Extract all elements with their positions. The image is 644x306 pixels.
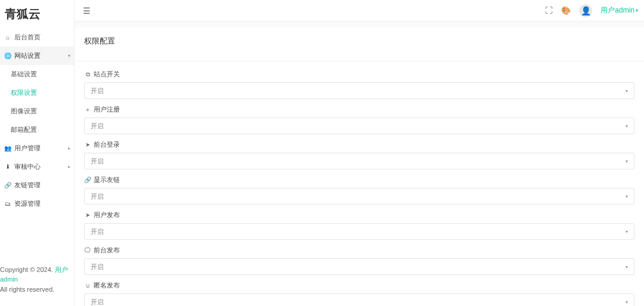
chevron-right-icon: ▸	[68, 146, 70, 151]
select-value: 开启	[91, 157, 104, 166]
copyright-text: Copyright © 2024.	[0, 266, 55, 273]
caret-down-icon: ▾	[626, 159, 628, 164]
label-text: 站点开关	[94, 70, 120, 79]
sidebar-item-label: 用户管理	[14, 144, 41, 153]
field-label: 🔗 显示友链	[84, 175, 634, 184]
caret-down-icon: ▾	[626, 299, 628, 305]
sidebar-item-label: 资源管理	[14, 199, 41, 208]
hamburger-icon[interactable]: ☰	[83, 6, 91, 16]
sidebar-subitem-mail[interactable]: 邮箱配置	[0, 120, 74, 139]
select-front-login[interactable]: 开启 ▾	[84, 153, 634, 169]
globe-icon: 🌐	[4, 52, 12, 59]
chevron-down-icon: ▾	[68, 53, 70, 58]
sidebar-item-audit[interactable]: ⬇ 审核中心 ▸	[0, 157, 74, 176]
folder-icon: 🗂	[4, 200, 12, 207]
fullscreen-icon[interactable]: ⛶	[545, 6, 553, 15]
field-user-register: ＋ 用户注册 开启 ▾	[84, 105, 634, 134]
sidebar-nav: ⌂ 后台首页 🌐 网站设置 ▾ 基础设置 权限设置 图像设置 邮箱配置 👥 用户…	[0, 28, 74, 259]
topbar-right: ⛶ 🎨 👤 用户admin ▾	[545, 4, 638, 17]
field-label: ☺ 匿名发布	[84, 281, 634, 290]
audit-icon: ⬇	[4, 163, 12, 170]
divider	[75, 61, 644, 61]
sidebar-item-site-settings[interactable]: 🌐 网站设置 ▾	[0, 47, 74, 65]
field-front-login: ➤ 前台登录 开启 ▾	[84, 140, 634, 169]
caret-down-icon: ▾	[626, 194, 628, 199]
select-value: 开启	[91, 298, 104, 307]
sidebar-item-links[interactable]: 🔗 友链管理	[0, 176, 74, 194]
brand-logo: 青狐云	[0, 0, 74, 28]
rights-text: All rights reserved.	[0, 286, 54, 293]
caret-down-icon: ▾	[626, 123, 628, 129]
sidebar-item-label: 网站设置	[14, 51, 41, 60]
select-front-publish[interactable]: 开启 ▾	[84, 258, 634, 275]
sidebar-item-home[interactable]: ⌂ 后台首页	[0, 28, 74, 47]
user-plus-icon: ＋	[84, 106, 91, 114]
select-show-links[interactable]: 开启 ▾	[84, 188, 634, 205]
label-text: 匿名发布	[94, 281, 120, 290]
main: ☰ ⛶ 🎨 👤 用户admin ▾ 权限配置 ⧉ 站点开关	[75, 0, 644, 306]
sidebar-submenu: 基础设置 权限设置 图像设置 邮箱配置	[0, 65, 74, 139]
sidebar-item-user-mgmt[interactable]: 👥 用户管理 ▸	[0, 139, 74, 157]
mask-icon: ☺	[84, 282, 91, 289]
chevron-right-icon: ▸	[68, 164, 70, 169]
field-front-publish: 🖵 前台发布 开启 ▾	[84, 246, 634, 275]
avatar[interactable]: 👤	[579, 4, 592, 17]
sidebar-footer: Copyright © 2024. 用户admin All rights res…	[0, 259, 74, 307]
field-label: ＋ 用户注册	[84, 105, 634, 114]
select-user-publish[interactable]: 开启 ▾	[84, 223, 634, 240]
select-user-register[interactable]: 开启 ▾	[84, 118, 634, 134]
link-icon: 🔗	[4, 182, 12, 188]
caret-down-icon: ▾	[636, 8, 638, 13]
login-icon: ➤	[84, 141, 91, 148]
field-label: ⧉ 站点开关	[84, 70, 634, 79]
link-icon: 🔗	[84, 177, 91, 183]
field-anon-publish: ☺ 匿名发布 开启 ▾	[84, 281, 634, 306]
label-text: 显示友链	[94, 175, 120, 184]
palette-icon[interactable]: 🎨	[561, 6, 571, 15]
field-show-links: 🔗 显示友链 开启 ▾	[84, 175, 634, 205]
home-icon: ⌂	[4, 34, 12, 41]
field-label: 🖵 前台发布	[84, 246, 634, 255]
field-site-switch: ⧉ 站点开关 开启 ▾	[84, 70, 634, 99]
sidebar-subitem-basic[interactable]: 基础设置	[0, 65, 74, 84]
sidebar-item-resource[interactable]: 🗂 资源管理	[0, 194, 74, 213]
monitor-icon: 🖵	[84, 247, 91, 254]
send-icon: ➤	[84, 212, 91, 218]
sidebar-subitem-image[interactable]: 图像设置	[0, 102, 74, 120]
field-user-publish: ➤ 用户发布 开启 ▾	[84, 211, 634, 240]
label-text: 前台登录	[94, 140, 120, 149]
select-value: 开启	[91, 192, 104, 201]
caret-down-icon: ▾	[626, 264, 628, 270]
select-value: 开启	[91, 262, 104, 271]
user-menu[interactable]: 用户admin ▾	[600, 5, 638, 16]
perm-card: 权限配置 ⧉ 站点开关 开启 ▾ ＋ 用户注册	[75, 27, 644, 306]
select-value: 开启	[91, 227, 104, 236]
select-anon-publish[interactable]: 开启 ▾	[84, 293, 634, 306]
topbar: ☰ ⛶ 🎨 👤 用户admin ▾	[75, 0, 644, 21]
select-value: 开启	[91, 122, 104, 131]
sidebar: 青狐云 ⌂ 后台首页 🌐 网站设置 ▾ 基础设置 权限设置 图像设置 邮箱配置 …	[0, 0, 75, 306]
user-name-label: 用户admin	[600, 5, 634, 16]
page-title: 权限配置	[84, 27, 634, 57]
select-site-switch[interactable]: 开启 ▾	[84, 82, 634, 99]
sidebar-subitem-perm[interactable]: 权限设置	[0, 84, 74, 102]
sidebar-item-label: 后台首页	[14, 33, 41, 42]
content-area: 权限配置 ⧉ 站点开关 开启 ▾ ＋ 用户注册	[75, 21, 644, 306]
label-text: 用户注册	[94, 105, 120, 114]
label-text: 前台发布	[94, 246, 120, 255]
field-label: ➤ 前台登录	[84, 140, 634, 149]
dashboard-icon: ⧉	[84, 71, 91, 78]
caret-down-icon: ▾	[626, 88, 628, 94]
select-value: 开启	[91, 86, 104, 95]
users-icon: 👥	[4, 145, 12, 152]
sidebar-item-label: 友链管理	[14, 181, 41, 190]
caret-down-icon: ▾	[626, 229, 628, 234]
sidebar-item-label: 审核中心	[14, 162, 41, 171]
label-text: 用户发布	[94, 211, 120, 220]
field-label: ➤ 用户发布	[84, 211, 634, 220]
